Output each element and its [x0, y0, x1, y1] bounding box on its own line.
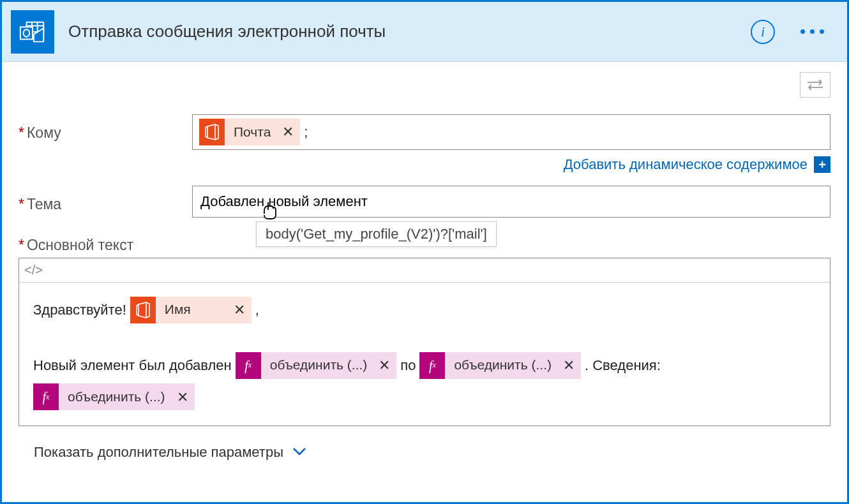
po-text: по	[400, 347, 416, 383]
greeting-text: Здравствуйте!	[33, 292, 126, 328]
code-view-toggle[interactable]: </>	[24, 263, 43, 278]
remove-token-icon[interactable]: ✕	[234, 292, 245, 328]
remove-token-icon[interactable]: ✕	[282, 124, 294, 140]
expression-tooltip: body('Get_my_profile_(V2)')?['mail']	[256, 221, 497, 247]
outlook-icon	[11, 10, 54, 54]
show-advanced-toggle[interactable]: Показать дополнительные параметры	[19, 426, 830, 473]
more-menu-icon[interactable]	[800, 29, 824, 34]
add-dynamic-content-link[interactable]: Добавить динамическое содержимое	[564, 156, 808, 173]
remove-token-icon[interactable]: ✕	[379, 347, 390, 383]
editor-content[interactable]: Здравствуйте! Имя✕ , Новый элемент был д…	[19, 283, 830, 419]
add-dynamic-content-plus-icon[interactable]: +	[814, 156, 830, 173]
info-icon[interactable]: i	[751, 20, 775, 44]
editor-toolbar: </>	[19, 258, 830, 283]
concat-token-1[interactable]: fx объединить (...)✕	[236, 352, 397, 379]
dynamic-content-row: Добавить динамическое содержимое +	[19, 156, 830, 173]
concat-label: объединить (...)	[454, 348, 552, 383]
mail-token-label: Почта	[234, 124, 271, 140]
concat-token-3[interactable]: fx объединить (...)✕	[33, 383, 195, 410]
card-title: Отправка сообщения электронной почты	[68, 22, 751, 41]
swap-layout-button[interactable]	[800, 72, 830, 98]
subject-input[interactable]: Добавлен новый элемент	[192, 186, 830, 218]
subject-label: *Тема	[19, 186, 192, 213]
office-icon	[130, 297, 156, 323]
header-actions: i	[751, 20, 824, 44]
subject-row: *Тема Добавлен новый элемент	[19, 186, 830, 218]
to-input[interactable]: Почта✕ ;	[192, 114, 830, 150]
fx-icon: fx	[236, 352, 261, 379]
remove-token-icon[interactable]: ✕	[177, 379, 188, 415]
name-token-label: Имя	[165, 292, 191, 327]
to-label: *Кому	[19, 114, 192, 142]
office-icon	[199, 119, 225, 145]
body-editor[interactable]: </> Здравствуйте! Имя✕ , Новый элемент б…	[19, 258, 830, 426]
advanced-label: Показать дополнительные параметры	[34, 444, 283, 461]
fx-icon: fx	[419, 352, 445, 379]
details-text: . Сведения:	[585, 347, 661, 383]
name-token[interactable]: Имя✕	[130, 297, 252, 323]
mail-token[interactable]: Почта✕	[199, 119, 300, 145]
comma-text: ,	[255, 292, 259, 328]
to-row: *Кому Почта✕ ;	[19, 114, 830, 150]
card-body: *Кому Почта✕ ; body('Get_my_profile_(V2)…	[2, 62, 847, 473]
svg-rect-5	[20, 27, 33, 39]
chevron-down-icon	[292, 446, 306, 459]
to-separator: ;	[304, 124, 308, 140]
remove-token-icon[interactable]: ✕	[563, 347, 575, 383]
concat-label: объединить (...)	[68, 380, 165, 415]
concat-token-2[interactable]: fx объединить (...)✕	[419, 352, 581, 379]
line2-prefix: Новый элемент был добавлен	[33, 347, 232, 383]
fx-icon: fx	[33, 383, 59, 410]
concat-label: объединить (...)	[270, 348, 368, 383]
action-card: Отправка сообщения электронной почты i *…	[0, 0, 849, 504]
card-header: Отправка сообщения электронной почты i	[2, 2, 847, 62]
